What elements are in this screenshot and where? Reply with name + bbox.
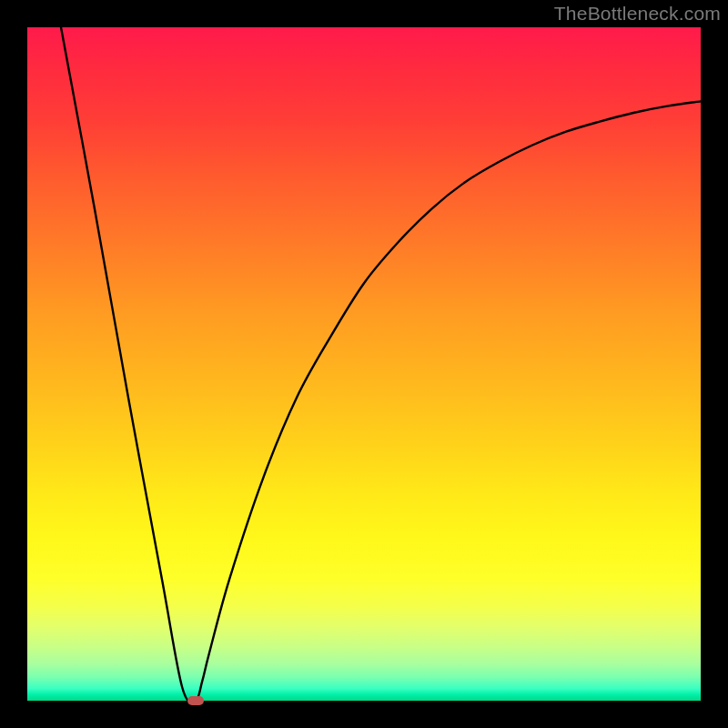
chart-stage: TheBottleneck.com — [0, 0, 728, 728]
watermark-text: TheBottleneck.com — [554, 3, 721, 25]
bottleneck-curve — [61, 27, 701, 703]
plot-area — [27, 27, 701, 701]
sweet-spot-marker — [187, 696, 204, 705]
curve-layer — [27, 27, 701, 701]
